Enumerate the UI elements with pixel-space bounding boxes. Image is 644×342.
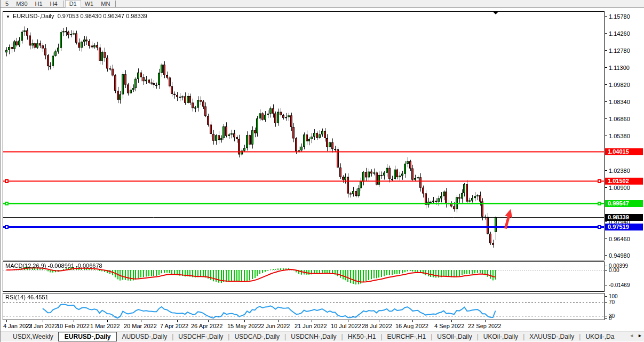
axis-tick-label: 1.00900: [609, 185, 630, 191]
axis-tick-label: 1.12780: [609, 47, 630, 54]
symbol-dropdown-icon[interactable]: ▼: [6, 14, 10, 19]
rsi-label: RSI(14) 46.4551: [5, 294, 49, 300]
chart-tab-ukoil-daily[interactable]: UKOil-,Daily: [479, 333, 523, 340]
date-tick-label: 10 Jul 2022: [331, 323, 361, 329]
axis-tick-label: 0: [609, 315, 612, 321]
axis-tick-mark: [605, 266, 607, 266]
chart-tab-usdchf-daily[interactable]: USDCHF-,Daily: [173, 333, 228, 340]
axis-tick-mark: [605, 118, 607, 119]
axis-tick-mark: [605, 296, 607, 297]
chart-tab-xauusd-daily[interactable]: XAUUSD-,Daily: [524, 333, 579, 340]
timeframe-button-5[interactable]: 5: [2, 0, 12, 8]
date-tick-mark: [6, 320, 7, 322]
date-tick-label: 26 Apr 2022: [191, 323, 222, 329]
axis-tick-mark: [605, 318, 607, 319]
tabs-scroll-right-icon[interactable]: ►: [638, 333, 642, 338]
axis-tick-label: 70: [609, 299, 615, 305]
chart-tab-eurchf-h1[interactable]: EURCHF-,H1: [383, 333, 431, 340]
axis-tick-mark: [605, 16, 607, 17]
date-tick-label: 4 Sep 2022: [434, 323, 464, 329]
axis-tick-label: 0.94980: [609, 252, 630, 259]
date-tick-label: 1 Mar 2022: [90, 323, 120, 329]
price-axis[interactable]: 1.157801.142601.127801.113001.098201.083…: [605, 8, 644, 331]
chart-tab-usdcad-daily[interactable]: USDCAD-,Daily: [229, 333, 284, 340]
chart-tab-audusd-daily[interactable]: AUDUSD-,Daily: [117, 333, 172, 340]
mt4-chart-app: 5M30H1H4D1W1MN ▼EURUSD-,Daily 0.97053 0.…: [0, 0, 644, 342]
axis-tick-label: -0.01469: [609, 282, 630, 288]
chart-window: ▼EURUSD-,Daily 0.97053 0.98430 0.96347 0…: [1, 8, 644, 331]
date-tick-label: 21 Jun 2022: [295, 323, 327, 329]
toolbar-separator: [115, 1, 116, 7]
toolbar-separator: [63, 1, 63, 7]
axis-tick-label: 1.15780: [609, 13, 630, 20]
axis-tick-mark: [605, 255, 607, 256]
chart-tab-bar: USDX,WeeklyEURUSD-,DailyAUDUSD-,Daily|US…: [1, 331, 644, 341]
date-tick-mark: [107, 320, 108, 322]
macd-label: MACD(12,26,9) -0.008991 -0.006678: [5, 263, 102, 269]
axis-tick-label: 1.08340: [609, 99, 630, 105]
timeframe-button-w1[interactable]: W1: [81, 0, 98, 8]
axis-tick-mark: [605, 238, 607, 239]
date-tick-mark: [379, 320, 379, 322]
axis-tick-mark: [605, 316, 607, 316]
chart-tab-hk50-h1[interactable]: HK50-,H1: [343, 333, 381, 340]
price-line-label: 1.04015: [605, 148, 643, 155]
date-tick-mark: [348, 320, 348, 322]
date-tick-label: 20 Mar 2022: [124, 323, 157, 329]
chart-tab-usoil-daily[interactable]: USOil-,Daily: [432, 333, 476, 340]
date-tick-label: 16 Aug 2022: [395, 323, 428, 329]
date-tick-mark: [43, 320, 43, 322]
date-tick-mark: [278, 320, 279, 322]
date-axis[interactable]: 4 Jan 202223 Jan 202210 Feb 20221 Mar 20…: [3, 320, 605, 331]
timeframe-button-h4[interactable]: H4: [46, 0, 61, 8]
timeframe-button-m30[interactable]: M30: [12, 0, 31, 8]
price-line-label: 0.98339: [605, 214, 643, 221]
axis-tick-mark: [605, 101, 607, 102]
axis-tick-label: 1.09820: [609, 82, 630, 88]
chart-tab-usdx-weekly[interactable]: USDX,Weekly: [8, 333, 58, 340]
axis-tick-label: 1.02380: [609, 168, 630, 174]
chart-symbol-label: EURUSD-,Daily: [13, 13, 54, 19]
date-tick-mark: [141, 320, 141, 322]
price-line-label: 0.99547: [605, 200, 643, 207]
axis-tick-mark: [605, 33, 607, 34]
axis-tick-mark: [605, 187, 607, 188]
chart-tab-usdcnh-daily[interactable]: USDCNH-,Daily: [286, 333, 341, 340]
axis-tick-mark: [605, 84, 607, 85]
date-tick-label: 7 Apr 2022: [160, 323, 188, 329]
axis-tick-mark: [605, 170, 607, 171]
timeframe-toolbar: 5M30H1H4D1W1MN: [1, 0, 644, 8]
axis-tick-mark: [605, 285, 607, 285]
timeframe-button-d1[interactable]: D1: [65, 0, 81, 8]
price-line-label: 0.97519: [605, 224, 643, 230]
axis-tick-label: 0.96460: [609, 236, 630, 242]
axis-tick-label: 1.14260: [609, 30, 630, 37]
axis-tick-label: 1.05380: [609, 133, 630, 139]
chart-tab-eurusd-daily[interactable]: EURUSD-,Daily: [58, 332, 117, 341]
axis-tick-label: 0.00: [609, 267, 619, 273]
chart-title: ▼EURUSD-,Daily 0.97053 0.98430 0.96347 0…: [6, 13, 147, 19]
axis-tick-label: 1.06860: [609, 116, 630, 122]
axis-tick-mark: [605, 67, 607, 68]
tabs-scroll-left-icon[interactable]: ◄: [629, 333, 634, 338]
axis-tick-mark: [605, 50, 607, 51]
price-line-label: 1.01502: [605, 178, 643, 185]
date-tick-mark: [208, 320, 209, 322]
rsi-panel[interactable]: RSI(14) 46.4551: [3, 293, 605, 320]
main-price-panel[interactable]: ▼EURUSD-,Daily 0.97053 0.98430 0.96347 0…: [3, 11, 605, 260]
date-tick-mark: [451, 320, 452, 322]
rsi-chart-canvas[interactable]: [3, 293, 604, 320]
date-tick-mark: [412, 320, 413, 322]
date-tick-label: 28 Jul 2022: [362, 323, 392, 329]
date-tick-label: 23 Jan 2022: [26, 323, 58, 329]
axis-tick-mark: [605, 136, 607, 136]
chart-tab-ukoil-da[interactable]: UKOil-,Da: [581, 333, 619, 340]
axis-tick-mark: [605, 221, 607, 222]
macd-panel[interactable]: MACD(12,26,9) -0.008991 -0.006678: [3, 261, 605, 292]
timeframe-button-h1[interactable]: H1: [31, 0, 46, 8]
axis-tick-label: 100: [609, 293, 618, 299]
axis-tick-mark: [605, 302, 607, 303]
chart-ohlc-values: 0.97053 0.98430 0.96347 0.98339: [58, 13, 147, 19]
timeframe-button-mn[interactable]: MN: [97, 0, 114, 8]
candlestick-chart-canvas[interactable]: [3, 12, 604, 260]
